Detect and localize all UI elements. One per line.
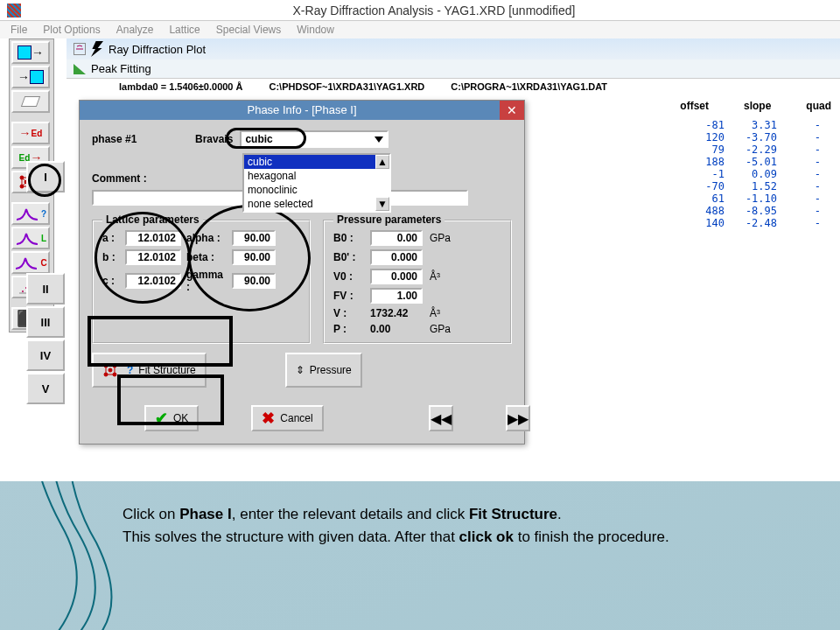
path2: C:\PROGRA~1\XRDA31\YAG1.DAT — [451, 81, 607, 92]
ed-import-button[interactable]: →Ed — [11, 122, 50, 144]
menu-analyze[interactable]: Analyze — [116, 24, 154, 36]
bravais-option-none[interactable]: none selected — [244, 197, 389, 211]
peak-title: Peak Fitting — [91, 62, 151, 75]
table-row: -813.31- — [691, 119, 831, 131]
bravais-dropdown[interactable]: cubic hexagonal monoclinic none selected… — [242, 153, 391, 213]
p-value: 0.00 — [370, 323, 423, 335]
structure-icon — [102, 362, 122, 378]
bravais-option-cubic[interactable]: cubic — [244, 155, 389, 169]
data-table: -813.31-120-3.70-79-2.29-188-5.01--10.09… — [691, 119, 831, 229]
path1: C:\PHDSOF~1\XRDA31\YAG1.XRD — [270, 81, 425, 92]
pressure-title: Pressure parameters — [333, 214, 444, 226]
doc-header-plot: Ray Diffraction Plot — [66, 38, 840, 60]
app-icon — [7, 4, 21, 18]
alpha-input[interactable] — [232, 230, 276, 246]
hdr-offset: offset — [680, 100, 709, 112]
menu-special[interactable]: Special Views — [216, 24, 281, 36]
table-row: 61-1.10- — [691, 192, 831, 205]
save-out-button[interactable]: → — [11, 41, 50, 64]
fv-input[interactable] — [370, 288, 423, 304]
bravais-option-hexagonal[interactable]: hexagonal — [244, 169, 389, 183]
bravais-label: Bravais — [195, 133, 233, 145]
menu-file[interactable]: File — [10, 24, 27, 36]
check-icon: ✔ — [155, 409, 168, 428]
pressure-group: Pressure parameters B0 :GPa B0' : V0 :Å³… — [323, 220, 512, 344]
phase-tab-5[interactable]: V — [26, 373, 65, 404]
hdr-quad: quad — [806, 100, 831, 112]
window-title: X-Ray Diffraction Analysis - YAG1.XRD [u… — [28, 4, 840, 18]
table-row: 140-2.48- — [691, 217, 831, 229]
menu-plot[interactable]: Plot Options — [43, 24, 100, 36]
table-row: 79-2.29- — [691, 144, 831, 156]
c-input[interactable] — [125, 273, 181, 289]
phase-info-dialog: Phase Info - [Phase I] ✕ phase #1 Bravai… — [79, 100, 525, 444]
caption: Click on Phase I, enter the relevant det… — [122, 503, 788, 548]
app-window: X-Ray Diffraction Analysis - YAG1.XRD [u… — [0, 0, 840, 481]
dialog-close-button[interactable]: ✕ — [500, 101, 524, 120]
a-input[interactable] — [125, 230, 181, 246]
gamma-input[interactable] — [232, 273, 276, 289]
eraser-button[interactable] — [11, 90, 50, 113]
info-line: lambda0 = 1.5406±0.0000 Å C:\PHDSOF~1\XR… — [66, 79, 840, 94]
b-input[interactable] — [125, 249, 181, 265]
pressure-button[interactable]: ⇕Pressure — [285, 353, 362, 388]
v0-input[interactable] — [370, 269, 423, 284]
pressure-icon: ⇕ — [296, 364, 304, 376]
wedge-icon — [74, 64, 86, 74]
plot-title: Ray Diffraction Plot — [108, 43, 206, 56]
bravais-value: cubic — [245, 133, 272, 145]
scroll-down-icon[interactable]: ▼ — [375, 197, 389, 211]
workspace: Ray Diffraction Plot Peak Fitting lambda… — [0, 38, 840, 481]
table-row: -10.09- — [691, 168, 831, 180]
dialog-title: Phase Info - [Phase I] ✕ — [80, 101, 524, 120]
x-icon: ✖ — [262, 409, 275, 428]
phase-label: phase #1 — [92, 133, 188, 145]
comment-label: Comment : — [92, 172, 165, 185]
menu-lattice[interactable]: Lattice — [169, 24, 200, 36]
lattice-group: Lattice parameters a : alpha : b : beta … — [92, 220, 311, 344]
table-row: 188-5.01- — [691, 156, 831, 168]
cancel-button[interactable]: ✖Cancel — [251, 405, 323, 431]
phase-tab-4[interactable]: IV — [26, 340, 65, 371]
table-row: 120-3.70- — [691, 131, 831, 144]
ok-button[interactable]: ✔OK — [144, 405, 199, 431]
phase-tab-3[interactable]: III — [26, 306, 65, 338]
menubar[interactable]: File Plot Options Analyze Lattice Specia… — [0, 21, 840, 38]
save-in-button[interactable]: → — [11, 66, 50, 88]
bravais-option-monoclinic[interactable]: monoclinic — [244, 183, 389, 197]
chevron-down-icon — [374, 136, 383, 143]
fit-structure-button[interactable]: ? Fit Structure — [92, 353, 206, 388]
data-headers: offset slope quad — [680, 100, 831, 112]
svg-point-5 — [22, 290, 24, 292]
svg-point-14 — [108, 368, 112, 372]
phase-tab-2[interactable]: II — [26, 273, 65, 304]
lambda-label: lambda0 = 1.5406±0.0000 Å — [119, 81, 243, 92]
bolt-icon — [91, 41, 103, 57]
lattice-title: Lattice parameters — [102, 214, 203, 226]
b0-input[interactable] — [370, 230, 423, 246]
titlebar: X-Ray Diffraction Analysis - YAG1.XRD [u… — [0, 0, 840, 21]
table-row: 488-8.95- — [691, 205, 831, 217]
b0p-input[interactable] — [370, 249, 423, 265]
phase-tabs: I II III IV V — [26, 161, 70, 406]
table-row: -701.52- — [691, 180, 831, 192]
beta-input[interactable] — [232, 249, 276, 265]
menu-window[interactable]: Window — [297, 24, 334, 36]
v-value: 1732.42 — [370, 307, 423, 319]
prev-button[interactable]: ◀◀ — [429, 405, 453, 431]
phase-tab-1[interactable]: I — [26, 161, 65, 192]
hdr-slope: slope — [744, 100, 771, 112]
doc-header-peak: Peak Fitting — [66, 60, 840, 79]
close-box[interactable] — [74, 43, 86, 55]
next-button[interactable]: ▶▶ — [506, 405, 530, 431]
bravais-select[interactable]: cubic — [240, 130, 388, 148]
scroll-up-icon[interactable]: ▲ — [375, 155, 389, 169]
